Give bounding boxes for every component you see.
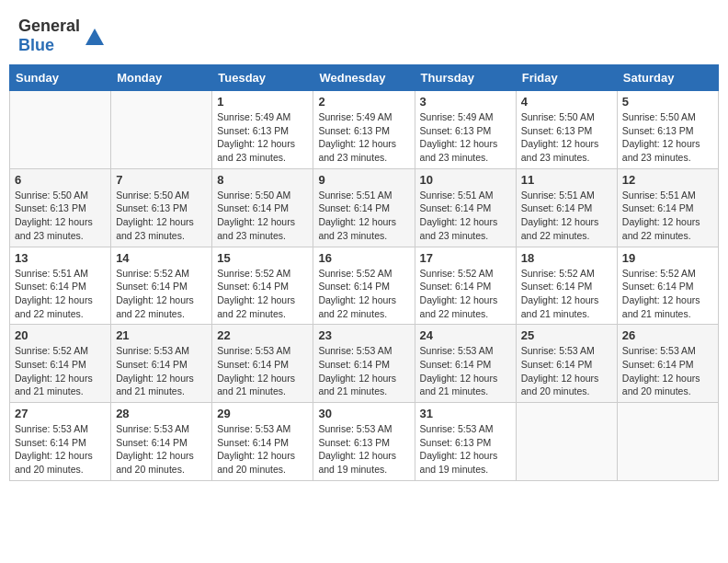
calendar-cell: 24Sunrise: 5:53 AM Sunset: 6:14 PM Dayli…: [415, 325, 516, 403]
day-info: Sunrise: 5:53 AM Sunset: 6:14 PM Dayligh…: [116, 422, 207, 477]
calendar-cell: 14Sunrise: 5:52 AM Sunset: 6:14 PM Dayli…: [111, 247, 212, 325]
day-info: Sunrise: 5:50 AM Sunset: 6:13 PM Dayligh…: [622, 110, 713, 165]
day-info: Sunrise: 5:51 AM Sunset: 6:14 PM Dayligh…: [420, 189, 511, 243]
day-number: 19: [622, 251, 713, 265]
day-number: 28: [116, 407, 207, 420]
day-info: Sunrise: 5:50 AM Sunset: 6:13 PM Dayligh…: [15, 189, 106, 243]
day-number: 7: [116, 173, 207, 187]
logo-triangle-icon: [82, 23, 108, 49]
day-number: 12: [622, 173, 713, 187]
calendar-cell: 27Sunrise: 5:53 AM Sunset: 6:14 PM Dayli…: [10, 403, 111, 481]
day-info: Sunrise: 5:49 AM Sunset: 6:13 PM Dayligh…: [318, 110, 409, 165]
day-number: 3: [420, 95, 511, 109]
calendar-cell: 18Sunrise: 5:52 AM Sunset: 6:14 PM Dayli…: [516, 247, 617, 325]
calendar-cell: 26Sunrise: 5:53 AM Sunset: 6:14 PM Dayli…: [617, 325, 718, 403]
day-number: 9: [318, 173, 409, 187]
page-header: General Blue: [9, 9, 719, 59]
day-number: 2: [318, 95, 409, 109]
day-info: Sunrise: 5:52 AM Sunset: 6:14 PM Dayligh…: [420, 267, 511, 321]
calendar-cell: 11Sunrise: 5:51 AM Sunset: 6:14 PM Dayli…: [516, 168, 617, 247]
day-info: Sunrise: 5:50 AM Sunset: 6:13 PM Dayligh…: [521, 110, 612, 165]
calendar-cell: 25Sunrise: 5:53 AM Sunset: 6:14 PM Dayli…: [516, 325, 617, 403]
day-info: Sunrise: 5:52 AM Sunset: 6:14 PM Dayligh…: [622, 267, 713, 321]
calendar-week-row: 13Sunrise: 5:51 AM Sunset: 6:14 PM Dayli…: [10, 247, 719, 325]
day-info: Sunrise: 5:52 AM Sunset: 6:14 PM Dayligh…: [116, 267, 207, 321]
day-number: 30: [318, 407, 409, 420]
logo-blue-label: Blue: [18, 36, 54, 54]
day-number: 15: [217, 251, 308, 265]
calendar-cell: 12Sunrise: 5:51 AM Sunset: 6:14 PM Dayli…: [617, 168, 718, 247]
weekday-header-row: SundayMondayTuesdayWednesdayThursdayFrid…: [10, 65, 719, 91]
day-number: 27: [15, 407, 106, 420]
day-info: Sunrise: 5:53 AM Sunset: 6:14 PM Dayligh…: [318, 344, 409, 398]
calendar-cell: [10, 91, 111, 169]
day-number: 31: [420, 407, 511, 420]
svg-marker-0: [85, 29, 104, 45]
day-info: Sunrise: 5:53 AM Sunset: 6:14 PM Dayligh…: [420, 344, 511, 398]
calendar-cell: 2Sunrise: 5:49 AM Sunset: 6:13 PM Daylig…: [313, 91, 415, 169]
day-info: Sunrise: 5:51 AM Sunset: 6:14 PM Dayligh…: [622, 189, 713, 243]
day-number: 20: [15, 328, 106, 342]
day-number: 14: [116, 251, 207, 265]
calendar-week-row: 20Sunrise: 5:52 AM Sunset: 6:14 PM Dayli…: [10, 325, 719, 403]
calendar-cell: 31Sunrise: 5:53 AM Sunset: 6:13 PM Dayli…: [415, 403, 516, 481]
calendar-week-row: 27Sunrise: 5:53 AM Sunset: 6:14 PM Dayli…: [10, 403, 719, 481]
calendar-cell: 10Sunrise: 5:51 AM Sunset: 6:14 PM Dayli…: [415, 168, 516, 247]
day-info: Sunrise: 5:51 AM Sunset: 6:14 PM Dayligh…: [15, 267, 106, 321]
calendar-cell: 9Sunrise: 5:51 AM Sunset: 6:14 PM Daylig…: [313, 168, 415, 247]
day-number: 8: [217, 173, 308, 187]
calendar-cell: 21Sunrise: 5:53 AM Sunset: 6:14 PM Dayli…: [111, 325, 212, 403]
calendar-cell: [617, 403, 718, 481]
day-info: Sunrise: 5:49 AM Sunset: 6:13 PM Dayligh…: [420, 110, 511, 165]
calendar-cell: 3Sunrise: 5:49 AM Sunset: 6:13 PM Daylig…: [415, 91, 516, 169]
day-info: Sunrise: 5:52 AM Sunset: 6:14 PM Dayligh…: [318, 267, 409, 321]
day-number: 16: [318, 251, 409, 265]
calendar-cell: [516, 403, 617, 481]
day-info: Sunrise: 5:53 AM Sunset: 6:14 PM Dayligh…: [217, 422, 308, 477]
day-number: 17: [420, 251, 511, 265]
calendar-cell: 23Sunrise: 5:53 AM Sunset: 6:14 PM Dayli…: [313, 325, 415, 403]
day-number: 25: [521, 328, 612, 342]
weekday-header-wednesday: Wednesday: [313, 65, 415, 91]
day-info: Sunrise: 5:51 AM Sunset: 6:14 PM Dayligh…: [318, 189, 409, 243]
calendar-cell: 17Sunrise: 5:52 AM Sunset: 6:14 PM Dayli…: [415, 247, 516, 325]
calendar-cell: 20Sunrise: 5:52 AM Sunset: 6:14 PM Dayli…: [10, 325, 111, 403]
day-info: Sunrise: 5:53 AM Sunset: 6:14 PM Dayligh…: [622, 344, 713, 398]
logo-general-text: General: [18, 17, 80, 35]
calendar-cell: 7Sunrise: 5:50 AM Sunset: 6:13 PM Daylig…: [111, 168, 212, 247]
calendar-cell: 22Sunrise: 5:53 AM Sunset: 6:14 PM Dayli…: [212, 325, 313, 403]
calendar-cell: 6Sunrise: 5:50 AM Sunset: 6:13 PM Daylig…: [10, 168, 111, 247]
day-info: Sunrise: 5:52 AM Sunset: 6:14 PM Dayligh…: [217, 267, 308, 321]
day-number: 22: [217, 328, 308, 342]
calendar-table: SundayMondayTuesdayWednesdayThursdayFrid…: [9, 64, 719, 481]
calendar-cell: 15Sunrise: 5:52 AM Sunset: 6:14 PM Dayli…: [212, 247, 313, 325]
calendar-cell: 29Sunrise: 5:53 AM Sunset: 6:14 PM Dayli…: [212, 403, 313, 481]
day-info: Sunrise: 5:53 AM Sunset: 6:13 PM Dayligh…: [420, 422, 511, 477]
day-info: Sunrise: 5:53 AM Sunset: 6:14 PM Dayligh…: [217, 344, 308, 398]
calendar-cell: 4Sunrise: 5:50 AM Sunset: 6:13 PM Daylig…: [516, 91, 617, 169]
calendar-cell: 5Sunrise: 5:50 AM Sunset: 6:13 PM Daylig…: [617, 91, 718, 169]
calendar-cell: 8Sunrise: 5:50 AM Sunset: 6:14 PM Daylig…: [212, 168, 313, 247]
day-info: Sunrise: 5:51 AM Sunset: 6:14 PM Dayligh…: [521, 189, 612, 243]
day-number: 1: [217, 95, 308, 109]
calendar-cell: 1Sunrise: 5:49 AM Sunset: 6:13 PM Daylig…: [212, 91, 313, 169]
day-info: Sunrise: 5:52 AM Sunset: 6:14 PM Dayligh…: [521, 267, 612, 321]
weekday-header-tuesday: Tuesday: [212, 65, 313, 91]
calendar-week-row: 6Sunrise: 5:50 AM Sunset: 6:13 PM Daylig…: [10, 168, 719, 247]
calendar-cell: 13Sunrise: 5:51 AM Sunset: 6:14 PM Dayli…: [10, 247, 111, 325]
weekday-header-thursday: Thursday: [415, 65, 516, 91]
day-info: Sunrise: 5:50 AM Sunset: 6:14 PM Dayligh…: [217, 189, 308, 243]
calendar-cell: 30Sunrise: 5:53 AM Sunset: 6:13 PM Dayli…: [313, 403, 415, 481]
weekday-header-sunday: Sunday: [10, 65, 111, 91]
weekday-header-monday: Monday: [111, 65, 212, 91]
day-number: 29: [217, 407, 308, 420]
calendar-cell: [111, 91, 212, 169]
day-number: 10: [420, 173, 511, 187]
day-number: 24: [420, 328, 511, 342]
day-number: 11: [521, 173, 612, 187]
day-info: Sunrise: 5:50 AM Sunset: 6:13 PM Dayligh…: [116, 189, 207, 243]
day-number: 13: [15, 251, 106, 265]
day-number: 6: [15, 173, 106, 187]
calendar-cell: 16Sunrise: 5:52 AM Sunset: 6:14 PM Dayli…: [313, 247, 415, 325]
day-number: 5: [622, 95, 713, 109]
